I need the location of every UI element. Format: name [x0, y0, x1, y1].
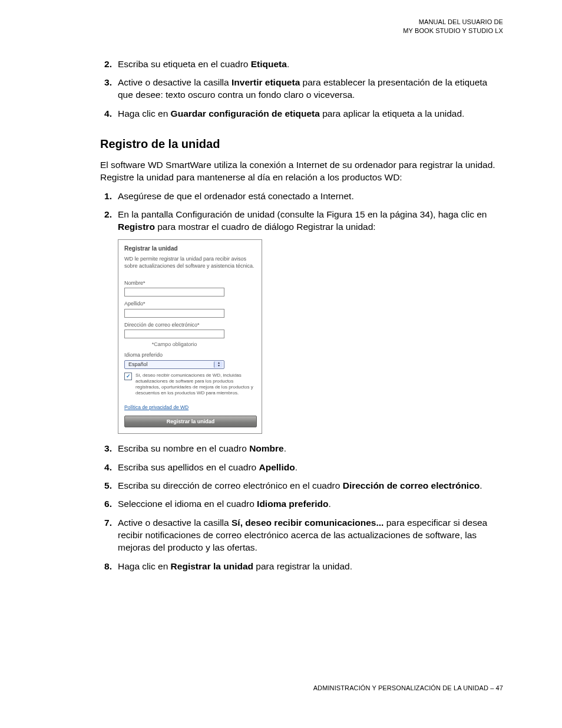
registro-steps-part-a: 1. Asegúrese de que el ordenador está co…: [59, 190, 503, 233]
header-line-1: MANUAL DEL USUARIO DE: [419, 18, 503, 25]
register-button-label: Registrar la unidad: [167, 418, 215, 425]
name-label: Nombre*: [124, 279, 256, 286]
register-button[interactable]: Registrar la unidad: [124, 416, 257, 427]
list-item: 7. Active o desactive la casilla Sí, des…: [100, 516, 503, 554]
email-input[interactable]: [124, 330, 224, 338]
step-text: Escriba sus apellidos en el cuadro Apell…: [118, 461, 503, 473]
step-text: En la pantalla Configuración de unidad (…: [118, 208, 503, 233]
header-line-2: MY BOOK STUDIO Y STUDIO LX: [403, 27, 503, 34]
list-item: 1. Asegúrese de que el ordenador está co…: [100, 190, 503, 202]
list-item: 3. Escriba su nombre en el cuadro Nombre…: [100, 442, 503, 454]
step-number: 3.: [100, 442, 112, 454]
page-footer: ADMINISTRACIÓN Y PERSONALIZACIÓN DE LA U…: [313, 684, 503, 691]
required-note: *Campo obligatorio: [124, 341, 224, 348]
list-item: 3. Active o desactive la casilla Inverti…: [100, 76, 503, 101]
language-value: Español: [128, 361, 148, 368]
register-dialog: Registrar la unidad WD le permite regist…: [118, 239, 262, 434]
dialog-title: Registrar la unidad: [124, 245, 256, 253]
footer-text: ADMINISTRACIÓN Y PERSONALIZACIÓN DE LA U…: [313, 684, 503, 691]
list-item: 4. Haga clic en Guardar configuración de…: [100, 107, 503, 120]
registro-steps-part-b: 3. Escriba su nombre en el cuadro Nombre…: [59, 442, 503, 572]
lastname-label: Apellido*: [124, 300, 256, 307]
chevron-updown-icon: ▴▾: [214, 361, 223, 368]
step-text: Escriba su dirección de correo electróni…: [118, 479, 503, 492]
step-number: 3.: [100, 76, 112, 101]
optin-text: Sí, deseo recibir comunicaciones de WD, …: [135, 373, 256, 396]
step-text: Active o desactive la casilla Invertir e…: [118, 76, 503, 101]
section-heading-registro: Registro de la unidad: [100, 136, 503, 153]
list-item: 2. En la pantalla Configuración de unida…: [100, 208, 503, 233]
name-input[interactable]: [124, 288, 224, 297]
step-number: 2.: [100, 208, 112, 233]
language-label: Idioma preferido: [124, 351, 256, 358]
page-content: 2. Escriba su etiqueta en el cuadro Etiq…: [59, 58, 503, 573]
step-number: 4.: [100, 107, 112, 120]
document-page: MANUAL DEL USUARIO DE MY BOOK STUDIO Y S…: [0, 0, 562, 728]
step-text: Active o desactive la casilla Sí, deseo …: [118, 516, 503, 554]
optin-row: ✓ Sí, deseo recibir comunicaciones de WD…: [124, 373, 256, 396]
step-text: Escriba su nombre en el cuadro Nombre.: [118, 442, 503, 454]
list-item: 2. Escriba su etiqueta en el cuadro Etiq…: [100, 58, 503, 70]
step-number: 1.: [100, 190, 112, 202]
list-item: 8. Haga clic en Registrar la unidad para…: [100, 560, 503, 572]
language-select[interactable]: Español ▴▾: [124, 360, 224, 369]
step-text: Asegúrese de que el ordenador está conec…: [118, 190, 503, 202]
step-text: Seleccione el idioma en el cuadro Idioma…: [118, 498, 503, 510]
step-text: Haga clic en Registrar la unidad para re…: [118, 560, 503, 572]
step-number: 4.: [100, 461, 112, 473]
step-number: 6.: [100, 498, 112, 510]
page-header: MANUAL DEL USUARIO DE MY BOOK STUDIO Y S…: [59, 18, 503, 35]
step-number: 2.: [100, 58, 112, 70]
email-label: Dirección de correo electrónico*: [124, 321, 256, 328]
etiqueta-steps: 2. Escriba su etiqueta en el cuadro Etiq…: [59, 58, 503, 120]
step-number: 7.: [100, 516, 112, 554]
list-item: 5. Escriba su dirección de correo electr…: [100, 479, 503, 492]
step-text: Escriba su etiqueta en el cuadro Etiquet…: [118, 58, 503, 70]
list-item: 4. Escriba sus apellidos en el cuadro Ap…: [100, 461, 503, 473]
section-intro: El software WD SmartWare utiliza la cone…: [100, 159, 503, 184]
step-number: 8.: [100, 560, 112, 572]
dialog-description: WD le permite registrar la unidad para r…: [124, 256, 256, 269]
lastname-input[interactable]: [124, 309, 224, 318]
list-item: 6. Seleccione el idioma en el cuadro Idi…: [100, 498, 503, 510]
step-number: 5.: [100, 479, 112, 492]
optin-checkbox[interactable]: ✓: [124, 373, 132, 380]
step-text: Haga clic en Guardar configuración de et…: [118, 107, 503, 120]
privacy-policy-link[interactable]: Política de privacidad de WD: [124, 404, 189, 411]
